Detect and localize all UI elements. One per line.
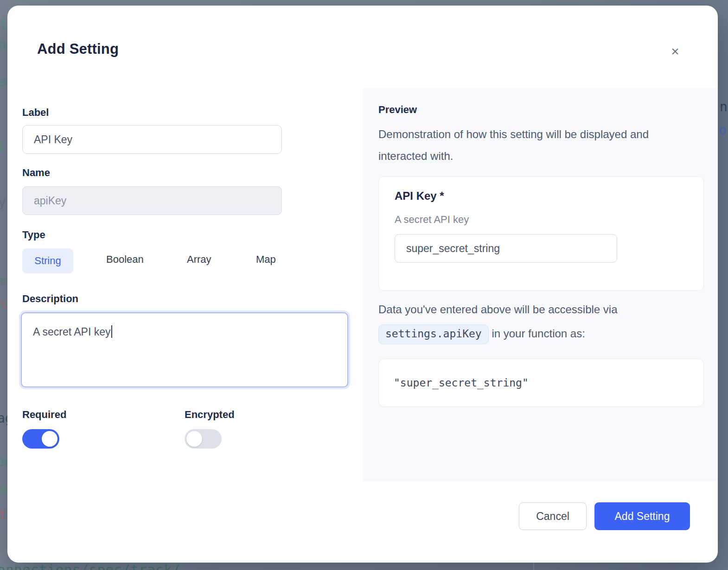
settings-path-chip: settings.apiKey bbox=[378, 324, 489, 344]
bg-code-path: onnections/spec/track/ bbox=[0, 562, 180, 570]
encrypted-toggle-label: Encrypted bbox=[185, 409, 235, 421]
access-text-after: in your function as: bbox=[492, 327, 585, 340]
label-field-label: Label bbox=[22, 107, 49, 119]
dialog-title: Add Setting bbox=[37, 41, 119, 57]
preview-setting-title: API Key * bbox=[395, 190, 444, 203]
bg-code-fragment: a bbox=[0, 481, 7, 496]
code-output-box: "super_secret_string" bbox=[378, 359, 704, 407]
required-toggle-label: Required bbox=[22, 409, 66, 421]
access-text-before: Data you've entered above will be access… bbox=[378, 303, 618, 316]
preview-panel: Preview Demonstration of how this settin… bbox=[363, 88, 718, 481]
required-toggle[interactable] bbox=[22, 429, 59, 449]
description-textarea[interactable]: A secret API key bbox=[21, 312, 348, 387]
preview-description: Demonstration of how this setting will b… bbox=[378, 123, 684, 167]
preview-value-input[interactable] bbox=[395, 234, 617, 263]
type-option-boolean[interactable]: Boolean bbox=[106, 253, 144, 266]
type-selector: String Boolean Array Map bbox=[22, 248, 319, 273]
bg-code-fragment: or bbox=[719, 122, 728, 138]
name-field-label: Name bbox=[22, 167, 50, 179]
preview-heading: Preview bbox=[378, 104, 417, 116]
preview-setting-card: API Key * A secret API key bbox=[378, 176, 704, 291]
cancel-button[interactable]: Cancel bbox=[519, 502, 587, 530]
type-field-label: Type bbox=[22, 229, 45, 241]
close-icon[interactable]: × bbox=[666, 43, 684, 60]
bg-code-fragment: t bbox=[0, 18, 8, 33]
bg-editor-divider bbox=[533, 563, 534, 570]
description-field-label: Description bbox=[22, 293, 78, 305]
preview-setting-subtitle: A secret API key bbox=[395, 214, 469, 226]
bg-code-fragment: nf bbox=[720, 99, 728, 114]
label-input[interactable] bbox=[22, 125, 282, 154]
description-text: A secret API key bbox=[33, 326, 110, 338]
access-info-text: Data you've entered above will be access… bbox=[378, 298, 694, 346]
bg-code-fragment: y bbox=[0, 195, 6, 210]
toggle-knob bbox=[186, 431, 202, 447]
text-cursor bbox=[111, 325, 112, 338]
toggle-knob bbox=[42, 431, 57, 447]
type-option-string[interactable]: String bbox=[22, 248, 73, 273]
code-output-value: "super_secret_string" bbox=[394, 377, 529, 389]
name-input bbox=[22, 186, 282, 215]
type-option-array[interactable]: Array bbox=[187, 253, 211, 266]
type-option-map[interactable]: Map bbox=[256, 253, 276, 266]
add-setting-button[interactable]: Add Setting bbox=[594, 502, 690, 530]
add-setting-dialog: Add Setting × Label Name Type String Boo… bbox=[7, 6, 718, 563]
encrypted-toggle[interactable] bbox=[185, 429, 222, 449]
